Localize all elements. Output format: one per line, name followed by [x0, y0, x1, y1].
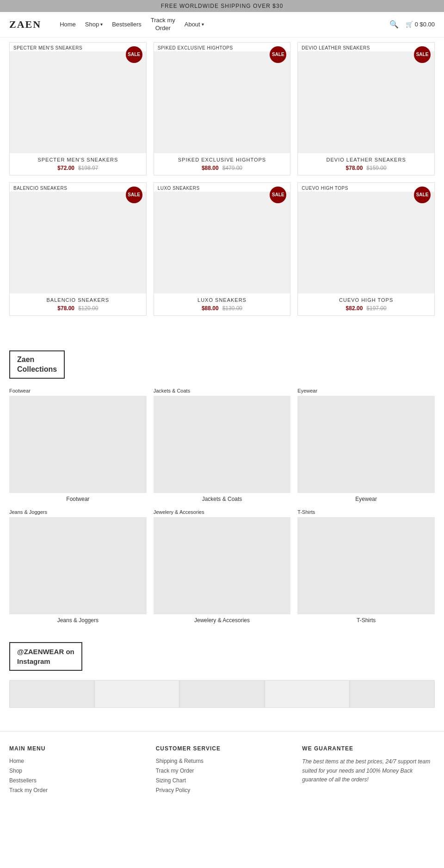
footer-cs-link-privacy[interactable]: Privacy Policy — [156, 787, 289, 793]
footer-link-home[interactable]: Home — [9, 757, 142, 764]
price-sale-p1: $72.00 — [57, 165, 74, 171]
product-info-p2: SPIKED EXCLUSIVE HIGHTOPS $88.00 $479.00 — [154, 153, 290, 175]
products-grid: SPECTER MEN'S SNEAKERS SALE SPECTER MEN'… — [9, 42, 435, 316]
sale-badge-p6: SALE — [414, 187, 431, 203]
product-card-p3[interactable]: DEVIO LEATHER SNEAKERS SALE DEVIO LEATHE… — [297, 42, 435, 175]
instagram-section: @ZAENWEAR on Instagram — [0, 637, 444, 717]
product-info-p1: SPECTER MEN'S SNEAKERS $72.00 $198.97 — [10, 153, 146, 175]
product-name-top-p2: SPIKED EXCLUSIVE HIGHTOPS — [154, 43, 290, 51]
nav-about-link[interactable]: About — [185, 21, 200, 28]
price-sale-p3: $78.00 — [346, 165, 363, 171]
cart-badge[interactable]: 🛒 0 $0.00 — [406, 21, 435, 28]
product-card-p4[interactable]: BALENCIO SNEAKERS SALE BALENCIO SNEAKERS… — [9, 182, 147, 316]
price-sale-p2: $88.00 — [202, 165, 219, 171]
product-name-top-p6: CUEVO HIGH TOPS — [298, 183, 434, 192]
footer-customer-service: CUSTOMER SERVICE Shipping & Returns Trac… — [156, 745, 289, 796]
collections-title-line1: Zaen — [17, 356, 34, 363]
collection-name-top-c6: T-Shirts — [297, 509, 435, 515]
product-title-p5: LUXO SNEAKERS — [158, 297, 287, 303]
instagram-title-line2: Instagram — [17, 657, 50, 665]
collection-image-c4 — [9, 517, 147, 614]
collection-label-c1: Footwear — [9, 496, 147, 502]
price-original-p6: $197.00 — [366, 305, 386, 312]
spacer-2 — [0, 717, 444, 731]
collection-card-c2[interactable]: Jackets & Coats Jackets & Coats — [154, 388, 291, 502]
footer-main-menu-list: Home Shop Bestsellers Track my Order — [9, 757, 142, 793]
collections-title-box: Zaen Collections — [9, 350, 65, 379]
price-sale-p6: $82.00 — [346, 305, 363, 312]
collections-title-line2: Collections — [17, 365, 57, 373]
product-image-p6 — [298, 192, 434, 293]
collection-image-c1 — [9, 396, 147, 493]
collections-grid: Footwear Footwear Jackets & Coats Jacket… — [9, 388, 435, 624]
footer-cs-link-track[interactable]: Track my Order — [156, 767, 289, 774]
collection-label-c2: Jackets & Coats — [154, 496, 291, 502]
price-sale-p4: $78.00 — [57, 305, 74, 312]
about-chevron-icon: ▾ — [202, 22, 204, 27]
instagram-img-3[interactable] — [179, 680, 265, 708]
collection-name-top-c4: Jeans & Joggers — [9, 509, 147, 515]
shop-chevron-icon: ▾ — [100, 22, 103, 27]
nav-links: Home Shop ▾ Bestsellers Track myOrder Ab… — [60, 17, 389, 32]
footer-main-menu-heading: MAIN MENU — [9, 745, 142, 752]
banner-text: FREE WORLDWIDE SHIPPING OVER $30 — [161, 3, 284, 9]
collection-card-c1[interactable]: Footwear Footwear — [9, 388, 147, 502]
collection-card-c6[interactable]: T-Shirts T-Shirts — [297, 509, 435, 624]
product-title-p2: SPIKED EXCLUSIVE HIGHTOPS — [158, 157, 287, 162]
collection-name-top-c1: Footwear — [9, 388, 147, 393]
collection-label-c3: Eyewear — [297, 496, 435, 502]
footer-link-bestsellers[interactable]: Bestsellers — [9, 777, 142, 784]
collection-card-c4[interactable]: Jeans & Joggers Jeans & Joggers — [9, 509, 147, 624]
product-prices-p2: $88.00 $479.00 — [158, 165, 287, 171]
sale-badge-p5: SALE — [270, 187, 286, 203]
sale-badge-p1: SALE — [126, 46, 142, 63]
nav-about-dropdown[interactable]: About ▾ — [185, 21, 204, 28]
footer-link-trackorder[interactable]: Track my Order — [9, 787, 142, 793]
instagram-img-2[interactable] — [94, 680, 179, 708]
product-card-p6[interactable]: CUEVO HIGH TOPS SALE CUEVO HIGH TOPS $82… — [297, 182, 435, 316]
price-original-p5: $130.00 — [222, 305, 242, 312]
nav-shop-link[interactable]: Shop — [85, 21, 99, 28]
collection-card-c3[interactable]: Eyewear Eyewear — [297, 388, 435, 502]
product-info-p6: CUEVO HIGH TOPS $82.00 $197.00 — [298, 293, 434, 315]
product-name-top-p5: LUXO SNEAKERS — [154, 183, 290, 192]
product-info-p3: DEVIO LEATHER SNEAKERS $78.00 $159.00 — [298, 153, 434, 175]
product-title-p3: DEVIO LEATHER SNEAKERS — [302, 157, 431, 162]
collections-section: Zaen Collections Footwear Footwear Jacke… — [0, 341, 444, 638]
collection-card-c5[interactable]: Jewelery & Accesories Jewelery & Accesor… — [154, 509, 291, 624]
product-prices-p1: $72.00 $198.97 — [13, 165, 142, 171]
product-prices-p6: $82.00 $197.00 — [302, 305, 431, 312]
instagram-img-4[interactable] — [265, 680, 350, 708]
product-card-p5[interactable]: LUXO SNEAKERS SALE LUXO SNEAKERS $88.00 … — [154, 182, 291, 316]
nav-bestsellers[interactable]: Bestsellers — [112, 21, 142, 28]
product-prices-p3: $78.00 $159.00 — [302, 165, 431, 171]
footer-link-shop[interactable]: Shop — [9, 767, 142, 774]
footer-guarantee-text: The best items at the best prices, 24/7 … — [302, 757, 435, 784]
footer-grid: MAIN MENU Home Shop Bestsellers Track my… — [9, 745, 435, 796]
collection-label-c5: Jewelery & Accesories — [154, 617, 291, 624]
nav-shop-dropdown[interactable]: Shop ▾ — [85, 21, 103, 28]
nav-home[interactable]: Home — [60, 21, 76, 28]
footer: MAIN MENU Home Shop Bestsellers Track my… — [0, 731, 444, 806]
footer-customer-service-heading: CUSTOMER SERVICE — [156, 745, 289, 752]
collection-image-c6 — [297, 517, 435, 614]
footer-main-menu: MAIN MENU Home Shop Bestsellers Track my… — [9, 745, 142, 796]
instagram-img-1[interactable] — [9, 680, 94, 708]
product-prices-p5: $88.00 $130.00 — [158, 305, 287, 312]
product-card-p2[interactable]: SPIKED EXCLUSIVE HIGHTOPS SALE SPIKED EX… — [154, 42, 291, 175]
footer-cs-link-shipping[interactable]: Shipping & Returns — [156, 757, 289, 764]
instagram-images — [9, 680, 435, 708]
search-icon[interactable]: 🔍 — [389, 20, 399, 29]
sale-badge-p2: SALE — [270, 46, 286, 63]
product-image-p5 — [154, 192, 290, 293]
collection-name-top-c5: Jewelery & Accesories — [154, 509, 291, 515]
collection-image-c3 — [297, 396, 435, 493]
nav-track-order[interactable]: Track myOrder — [151, 17, 175, 32]
logo[interactable]: ZAEN — [9, 19, 41, 31]
product-card-p1[interactable]: SPECTER MEN'S SNEAKERS SALE SPECTER MEN'… — [9, 42, 147, 175]
price-original-p4: $120.00 — [78, 305, 98, 312]
footer-cs-link-sizing[interactable]: Sizing Chart — [156, 777, 289, 784]
products-section: SPECTER MEN'S SNEAKERS SALE SPECTER MEN'… — [0, 37, 444, 327]
collection-image-c2 — [154, 396, 291, 493]
instagram-img-5[interactable] — [350, 680, 435, 708]
